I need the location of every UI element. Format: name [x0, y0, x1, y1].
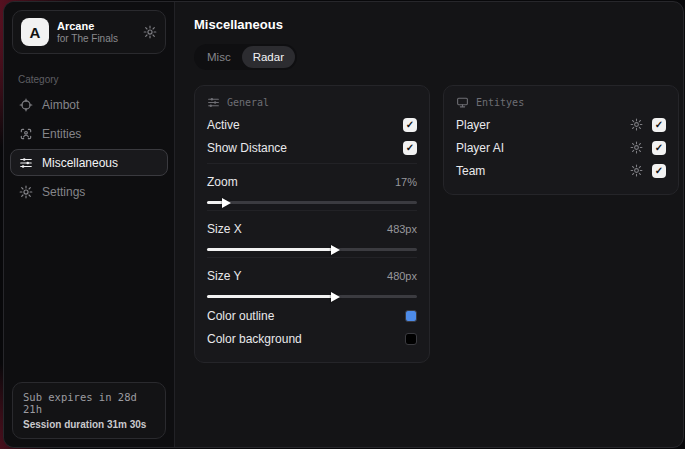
slider-thumb[interactable]	[222, 198, 231, 208]
zoom-slider-section: Zoom 17%	[207, 163, 417, 204]
toggle-row-active: Active	[207, 113, 417, 136]
show-distance-checkbox[interactable]	[403, 141, 417, 155]
general-panel-header: General	[207, 96, 417, 109]
tab-group: Misc Radar	[194, 44, 297, 70]
sidebar-item-label: Settings	[42, 185, 85, 199]
sidebar-item-label: Entities	[42, 127, 81, 141]
color-label: Color outline	[207, 309, 274, 323]
sidebar-nav: Aimbot Entities Miscellaneous	[4, 91, 174, 205]
tab-misc[interactable]: Misc	[196, 46, 242, 68]
category-label: Category	[18, 74, 160, 85]
entity-label: Team	[456, 164, 485, 178]
player-checkbox[interactable]	[652, 118, 666, 132]
player-ai-checkbox[interactable]	[652, 141, 666, 155]
slider-thumb[interactable]	[331, 245, 340, 255]
gear-icon[interactable]	[630, 118, 643, 131]
general-panel-title: General	[227, 97, 269, 108]
entities-panel-title: Entityes	[476, 97, 524, 108]
crosshair-icon	[19, 98, 33, 112]
color-outline-swatch[interactable]	[405, 310, 417, 322]
slider-label: Size Y	[207, 269, 241, 283]
brand-name: Arcane	[57, 20, 135, 32]
session-duration-text: Session duration 31m 30s	[23, 419, 155, 430]
main-content: Miscellaneous Misc Radar General A	[175, 2, 684, 447]
color-background-swatch[interactable]	[405, 333, 417, 345]
entity-row-team: Team	[456, 159, 666, 182]
entity-label: Player AI	[456, 141, 504, 155]
monitor-icon	[456, 96, 469, 109]
sidebar: A Arcane for The Finals Category Aimbot	[4, 2, 175, 447]
gear-icon[interactable]	[143, 25, 157, 39]
app-window: A Arcane for The Finals Category Aimbot	[3, 1, 684, 448]
gear-icon[interactable]	[630, 164, 643, 177]
tab-radar[interactable]: Radar	[242, 46, 295, 68]
sidebar-item-label: Aimbot	[42, 98, 79, 112]
team-checkbox[interactable]	[652, 164, 666, 178]
color-label: Color background	[207, 332, 302, 346]
brand-logo: A	[21, 18, 49, 46]
entity-label: Player	[456, 118, 490, 132]
size-x-slider-section: Size X 483px	[207, 210, 417, 251]
sidebar-item-miscellaneous[interactable]: Miscellaneous	[10, 149, 168, 176]
scan-person-icon	[19, 127, 33, 141]
sub-expires-text: Sub expires in 28d 21h	[23, 391, 155, 415]
sidebar-item-entities[interactable]: Entities	[10, 120, 168, 147]
entity-row-player: Player	[456, 113, 666, 136]
general-panel: General Active Show Distance Zoom 17%	[194, 85, 430, 363]
slider-label: Zoom	[207, 175, 238, 189]
subscription-card: Sub expires in 28d 21h Session duration …	[12, 382, 166, 439]
sidebar-item-label: Miscellaneous	[42, 156, 118, 170]
zoom-slider[interactable]	[207, 201, 417, 204]
brand-texts: Arcane for The Finals	[57, 20, 135, 44]
toggle-label: Active	[207, 118, 240, 132]
slider-thumb[interactable]	[331, 292, 340, 302]
toggle-row-show-distance: Show Distance	[207, 136, 417, 159]
gear-icon	[19, 185, 33, 199]
brand-subtitle: for The Finals	[57, 33, 135, 44]
slider-value: 483px	[387, 223, 417, 235]
slider-value: 480px	[387, 270, 417, 282]
color-row-outline: Color outline	[207, 304, 417, 327]
active-checkbox[interactable]	[403, 118, 417, 132]
slider-value: 17%	[395, 176, 417, 188]
size-y-slider[interactable]	[207, 295, 417, 298]
entity-row-player-ai: Player AI	[456, 136, 666, 159]
sidebar-item-settings[interactable]: Settings	[10, 178, 168, 205]
gear-icon[interactable]	[630, 141, 643, 154]
page-title: Miscellaneous	[194, 17, 679, 32]
brand-card: A Arcane for The Finals	[12, 10, 166, 54]
color-row-background: Color background	[207, 327, 417, 350]
size-x-slider[interactable]	[207, 248, 417, 251]
toggle-label: Show Distance	[207, 141, 287, 155]
sliders-icon	[207, 96, 220, 109]
sidebar-item-aimbot[interactable]: Aimbot	[10, 91, 168, 118]
sliders-icon	[19, 156, 33, 170]
entities-panel-header: Entityes	[456, 96, 666, 109]
entities-panel: Entityes Player Player AI	[443, 85, 679, 195]
slider-label: Size X	[207, 222, 242, 236]
size-y-slider-section: Size Y 480px	[207, 257, 417, 298]
